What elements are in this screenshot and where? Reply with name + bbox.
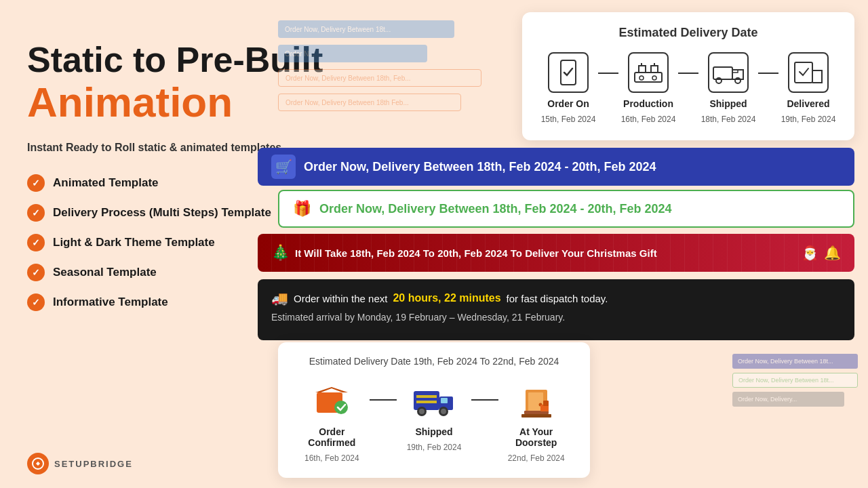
feature-text-informative: Informative Template [53, 296, 168, 309]
delivery-steps-row: Order On 15th, Feb 2024 P [538, 52, 838, 124]
check-icon-animated [27, 174, 45, 192]
bottom-card-title: Estimated Delivery Date 19th, Feb 2024 T… [294, 356, 574, 367]
check-icon-informative [27, 293, 45, 311]
check-icon-delivery [27, 204, 45, 222]
bottom-icon-shipped [412, 378, 456, 421]
truck-icon: 🚚 [271, 290, 288, 306]
step-connector-3 [758, 73, 778, 74]
check-icon-seasonal [27, 264, 45, 281]
step-icon-shipped [708, 52, 749, 93]
feature-text-animated: Animated Template [53, 176, 159, 190]
bottom-step-label-shipped: Shipped [415, 426, 452, 437]
delivery-card: Estimated Delivery Date Order On 15th, F… [522, 12, 854, 140]
bottom-card: Estimated Delivery Date 19th, Feb 2024 T… [278, 342, 590, 478]
bottom-steps-row: Order Confirmed 16th, Feb 2024 [294, 378, 574, 463]
bottom-step-doorstep: At Your Doorstep 22nd, Feb 2024 [498, 378, 574, 463]
bottom-step-shipped: Shipped 19th, Feb 2024 [397, 378, 472, 452]
svg-rect-27 [521, 414, 551, 418]
svg-rect-4 [651, 66, 658, 73]
bottom-step-label-order: Order Confirmed [294, 426, 370, 448]
dark-banner: 🚚 Order within the next 20 hours, 22 min… [258, 279, 854, 340]
green-banner-icon: 🎁 [293, 200, 311, 218]
feature-text-theme: Light & Dark Theme Template [53, 236, 215, 249]
step-icon-production [628, 52, 669, 93]
svg-point-23 [441, 409, 446, 414]
logo: SETUPBRIDGE [27, 453, 133, 474]
bottom-step-date-order: 16th, Feb 2024 [304, 453, 359, 463]
step-production: Production 16th, Feb 2024 [618, 52, 678, 124]
step-label-production: Production [623, 98, 673, 109]
svg-rect-30 [543, 401, 549, 406]
dark-banner-line2: Estimated arrival by Monday, 19 February… [271, 312, 841, 323]
step-icon-order [548, 52, 589, 93]
step-date-shipped: 18th, Feb 2024 [701, 115, 756, 124]
svg-rect-19 [441, 398, 448, 403]
blue-banner-text: Order Now, Delivery Between 18th, Feb 20… [304, 160, 656, 174]
svg-point-14 [334, 401, 348, 414]
svg-rect-2 [635, 73, 662, 82]
dark-prefix: Order within the next [294, 293, 387, 304]
bottom-icon-order-confirmed [310, 378, 353, 421]
feature-text-delivery: Delivery Process (Multi Steps) Template [53, 206, 271, 220]
step-connector-2 [678, 73, 698, 74]
feature-text-seasonal: Seasonal Template [53, 266, 157, 279]
step-connector-1 [598, 73, 618, 74]
step-label-delivered: Delivered [787, 98, 829, 109]
logo-icon [27, 453, 49, 474]
svg-rect-9 [713, 67, 732, 79]
step-order-on: Order On 15th, Feb 2024 [538, 52, 598, 124]
bell-icon: 🔔 [824, 245, 841, 261]
step-date-production: 16th, Feb 2024 [621, 115, 676, 124]
step-label-order: Order On [547, 98, 589, 109]
svg-point-8 [652, 76, 656, 80]
step-icon-delivered [788, 52, 829, 93]
bottom-connector-1 [370, 399, 397, 401]
right-section: Order Now, Delivery Between 18t... Order… [258, 0, 868, 488]
delivery-card-title: Estimated Delivery Date [538, 26, 838, 40]
christmas-tree-icon: 🎄 [271, 244, 290, 262]
step-label-shipped: Shipped [709, 98, 747, 109]
bottom-step-order-confirmed: Order Confirmed 16th, Feb 2024 [294, 378, 370, 463]
cart-icon: 🛒 [271, 155, 296, 179]
santa-icon: 🎅 [802, 245, 818, 261]
bottom-icon-doorstep [515, 378, 558, 421]
svg-rect-17 [416, 401, 437, 403]
dark-highlight: 20 hours, 22 minutes [393, 292, 500, 304]
bottom-step-date-shipped: 19th, Feb 2024 [407, 443, 462, 452]
svg-point-7 [639, 76, 644, 80]
step-date-delivered: 19th, Feb 2024 [781, 115, 836, 124]
svg-rect-12 [795, 62, 812, 83]
christmas-text: It Will Take 18th, Feb 2024 To 20th, Feb… [295, 247, 796, 259]
christmas-banner: 🎄 It Will Take 18th, Feb 2024 To 20th, F… [258, 234, 854, 272]
bottom-step-date-doorstep: 22nd, Feb 2024 [508, 453, 565, 463]
bottom-step-label-doorstep: At Your Doorstep [498, 426, 574, 448]
bottom-connector-2 [471, 399, 498, 401]
svg-point-21 [419, 409, 425, 414]
dark-suffix: for fast dispatch today. [507, 293, 608, 304]
dark-banner-line1: 🚚 Order within the next 20 hours, 22 min… [271, 290, 841, 306]
svg-rect-16 [416, 395, 437, 398]
svg-rect-3 [639, 66, 646, 73]
step-shipped: Shipped 18th, Feb 2024 [698, 52, 758, 124]
step-delivered: Delivered 19th, Feb 2024 [778, 52, 838, 124]
check-icon-theme [27, 234, 45, 251]
step-date-order: 15th, Feb 2024 [541, 115, 596, 124]
logo-text: SETUPBRIDGE [54, 459, 133, 469]
blue-banner: 🛒 Order Now, Delivery Between 18th, Feb … [258, 148, 854, 186]
green-banner: 🎁 Order Now, Delivery Between 18th, Feb … [278, 190, 854, 228]
green-banner-text: Order Now, Delivery Between 18th, Feb 20… [319, 202, 672, 216]
